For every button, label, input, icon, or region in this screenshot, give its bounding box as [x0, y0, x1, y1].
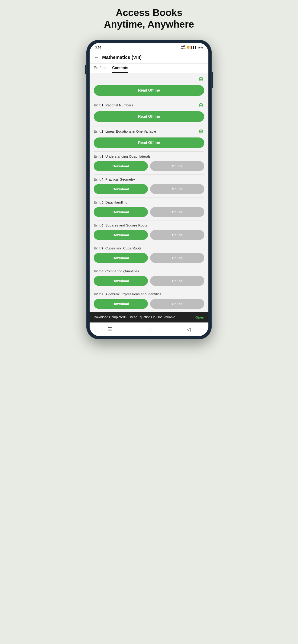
unit9-title-row: Unit 9 Algebraic Expressions and Identit…	[94, 292, 161, 296]
unit9-btn-row: Download Online	[90, 298, 208, 312]
unit5-download-button[interactable]: Download	[94, 207, 148, 217]
app-header: ← Mathematics (VIII)	[90, 52, 208, 64]
unit1-label: Unit 1	[94, 103, 104, 107]
nav-back-icon[interactable]: ◁	[187, 326, 191, 332]
unit3-title-row: Unit 3 Understanding Quadrilaterals	[94, 154, 151, 158]
unit6-title-row: Unit 6 Squares and Square Roots	[94, 223, 147, 227]
unit4-label: Unit 4	[94, 177, 104, 181]
unit3-download-button[interactable]: Download	[94, 161, 148, 171]
unit2-title-row: Unit 2 Linear Equations in One Variable	[94, 129, 156, 133]
wifi-icon: 📶	[187, 46, 191, 50]
status-bar: 3:56 448KB/S 📶 ▌▌▌ 48%	[90, 43, 208, 52]
page-wrapper: Access Books Anytime, Anywhere 3:56 448K…	[75, 7, 223, 340]
unit2-row: Unit 2 Linear Equations in One Variable	[90, 126, 208, 148]
unit9-row: Unit 9 Algebraic Expressions and Identit…	[90, 289, 208, 312]
scroll-content: Read Offline Unit 1 Rational Numbers	[90, 73, 208, 322]
signal-icon: ▌▌▌	[191, 46, 197, 49]
unit1-header: Unit 1 Rational Numbers	[90, 99, 208, 110]
unit8-header: Unit 8 Comparing Quantities	[90, 266, 208, 274]
unit6-row: Unit 6 Squares and Square Roots Download…	[90, 220, 208, 243]
unit8-btn-row: Download Online	[90, 274, 208, 289]
unit1-row: Unit 1 Rational Numbers	[90, 99, 208, 122]
unit1-name: Rational Numbers	[105, 103, 133, 107]
unit3-label: Unit 3	[94, 154, 104, 158]
unit1-read-offline-button[interactable]: Read Offline	[94, 111, 204, 122]
unit6-btn-row: Download Online	[90, 228, 208, 243]
unit5-row: Unit 5 Data Handling Download Online	[90, 198, 208, 220]
tab-bar: Preface Contents	[90, 64, 208, 73]
phone-shell: 3:56 448KB/S 📶 ▌▌▌ 48% ← Mathematics (VI…	[86, 40, 212, 340]
headline-line1: Access Books	[104, 7, 194, 18]
unit9-download-button[interactable]: Download	[94, 299, 148, 309]
unit5-online-button[interactable]: Online	[150, 207, 204, 217]
tab-preface[interactable]: Preface	[94, 66, 107, 73]
bottom-nav: ☰ □ ◁	[90, 322, 208, 336]
unit4-btn-row: Download Online	[90, 183, 208, 197]
phone-screen: 3:56 448KB/S 📶 ▌▌▌ 48% ← Mathematics (VI…	[90, 43, 208, 336]
unit3-name: Understanding Quadrilaterals	[105, 154, 151, 158]
unit4-name: Practical Geometry	[105, 177, 135, 181]
unit2-name: Linear Equations in One Variable	[105, 129, 156, 133]
unit5-title-row: Unit 5 Data Handling	[94, 200, 127, 204]
status-time: 3:56	[95, 46, 101, 49]
nav-home-icon[interactable]: □	[148, 326, 151, 332]
unit2-trash[interactable]	[198, 128, 204, 135]
unit1-title-row: Unit 1 Rational Numbers	[94, 103, 133, 107]
unit4-online-button[interactable]: Online	[150, 184, 204, 194]
unit7-online-button[interactable]: Online	[150, 253, 204, 263]
unit2-header: Unit 2 Linear Equations in One Variable	[90, 126, 208, 136]
data-speed: 448KB/S	[181, 45, 186, 50]
unit3-row: Unit 3 Understanding Quadrilaterals Down…	[90, 152, 208, 174]
unit7-download-button[interactable]: Download	[94, 253, 148, 263]
unit5-name: Data Handling	[105, 200, 127, 204]
preface-header	[90, 73, 208, 84]
unit9-label: Unit 9	[94, 292, 104, 296]
nav-menu-icon[interactable]: ☰	[107, 326, 112, 332]
status-right: 448KB/S 📶 ▌▌▌ 48%	[181, 45, 203, 50]
unit8-title-row: Unit 8 Comparing Quantities	[94, 269, 139, 273]
unit7-name: Cubes and Cube Roots	[105, 246, 142, 250]
unit6-header: Unit 6 Squares and Square Roots	[90, 220, 208, 228]
unit2-label: Unit 2	[94, 129, 104, 133]
unit3-btn-row: Download Online	[90, 160, 208, 174]
unit4-title-row: Unit 4 Practical Geometry	[94, 177, 135, 181]
unit3-online-button[interactable]: Online	[150, 161, 204, 171]
unit4-header: Unit 4 Practical Geometry	[90, 174, 208, 183]
unit5-header: Unit 5 Data Handling	[90, 198, 208, 206]
unit4-download-button[interactable]: Download	[94, 184, 148, 194]
unit8-online-button[interactable]: Online	[150, 276, 204, 286]
headline: Access Books Anytime, Anywhere	[104, 7, 194, 30]
unit9-online-button[interactable]: Online	[150, 299, 204, 309]
tab-contents[interactable]: Contents	[112, 66, 128, 73]
unit7-label: Unit 7	[94, 246, 104, 250]
unit8-name: Comparing Quantities	[105, 269, 139, 273]
unit3-header: Unit 3 Understanding Quadrilaterals	[90, 152, 208, 160]
unit1-trash[interactable]	[198, 102, 204, 108]
back-button[interactable]: ←	[94, 54, 99, 60]
unit7-btn-row: Download Online	[90, 252, 208, 266]
snackbar-text: Download Completed:- Linear Equations in…	[94, 315, 192, 319]
unit8-download-button[interactable]: Download	[94, 276, 148, 286]
unit7-header: Unit 7 Cubes and Cube Roots	[90, 244, 208, 252]
unit2-read-offline-button[interactable]: Read Offline	[94, 138, 204, 148]
unit5-btn-row: Download Online	[90, 206, 208, 220]
unit6-name: Squares and Square Roots	[105, 223, 147, 227]
unit8-row: Unit 8 Comparing Quantities Download Onl…	[90, 266, 208, 289]
preface-row: Read Offline	[90, 73, 208, 96]
snackbar-open-button[interactable]: Open	[195, 315, 204, 319]
unit9-header: Unit 9 Algebraic Expressions and Identit…	[90, 289, 208, 298]
snackbar: Download Completed:- Linear Equations in…	[90, 312, 208, 322]
unit8-label: Unit 8	[94, 269, 104, 273]
unit6-online-button[interactable]: Online	[150, 230, 204, 240]
preface-read-offline-button[interactable]: Read Offline	[94, 85, 204, 96]
unit5-label: Unit 5	[94, 200, 104, 204]
headline-line2: Anytime, Anywhere	[104, 18, 194, 30]
unit6-label: Unit 6	[94, 223, 104, 227]
unit4-row: Unit 4 Practical Geometry Download Onlin…	[90, 174, 208, 197]
preface-trash[interactable]	[198, 76, 204, 82]
unit6-download-button[interactable]: Download	[94, 230, 148, 240]
header-title: Mathematics (VIII)	[102, 55, 142, 60]
battery: 48%	[198, 46, 203, 49]
unit7-title-row: Unit 7 Cubes and Cube Roots	[94, 246, 142, 250]
unit7-row: Unit 7 Cubes and Cube Roots Download Onl…	[90, 244, 208, 266]
